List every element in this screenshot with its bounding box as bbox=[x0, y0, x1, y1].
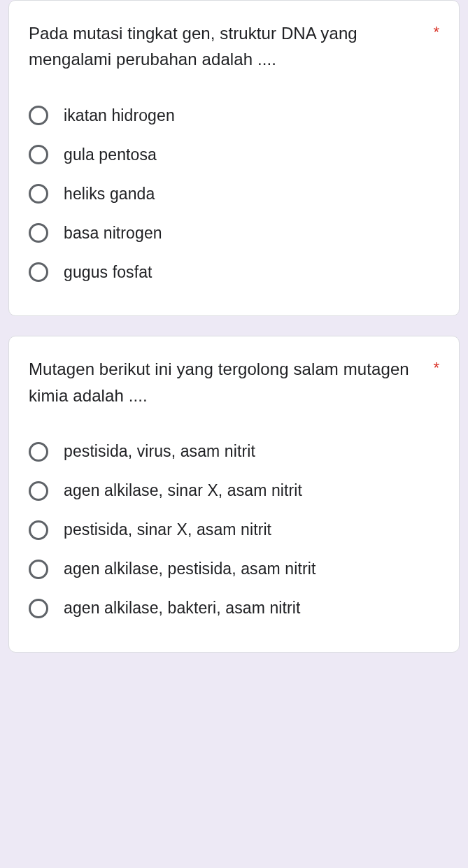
radio-icon[interactable] bbox=[29, 481, 48, 501]
option-label: pestisida, sinar X, asam nitrit bbox=[64, 520, 271, 539]
radio-icon[interactable] bbox=[29, 520, 48, 540]
option-label: heliks ganda bbox=[64, 185, 155, 204]
option-label: ikatan hidrogen bbox=[64, 106, 175, 125]
question-header: Pada mutasi tingkat gen, struktur DNA ya… bbox=[29, 20, 439, 72]
option-label: agen alkilase, bakteri, asam nitrit bbox=[64, 599, 300, 618]
question-card-1: Pada mutasi tingkat gen, struktur DNA ya… bbox=[8, 0, 460, 316]
option-row[interactable]: basa nitrogen bbox=[29, 213, 439, 252]
required-asterisk: * bbox=[433, 20, 439, 41]
radio-icon[interactable] bbox=[29, 145, 48, 164]
radio-icon[interactable] bbox=[29, 223, 48, 243]
question-header: Mutagen berikut ini yang tergolong salam… bbox=[29, 356, 439, 408]
option-label: agen alkilase, pestisida, asam nitrit bbox=[64, 560, 315, 578]
question-text: Pada mutasi tingkat gen, struktur DNA ya… bbox=[29, 20, 426, 72]
option-row[interactable]: gula pentosa bbox=[29, 135, 439, 174]
radio-icon[interactable] bbox=[29, 184, 48, 204]
option-label: basa nitrogen bbox=[64, 224, 162, 243]
option-label: pestisida, virus, asam nitrit bbox=[64, 442, 255, 461]
option-label: agen alkilase, sinar X, asam nitrit bbox=[64, 481, 302, 500]
option-row[interactable]: gugus fosfat bbox=[29, 252, 439, 292]
option-row[interactable]: agen alkilase, bakteri, asam nitrit bbox=[29, 589, 439, 628]
option-row[interactable]: ikatan hidrogen bbox=[29, 96, 439, 135]
question-text: Mutagen berikut ini yang tergolong salam… bbox=[29, 356, 426, 408]
radio-icon[interactable] bbox=[29, 106, 48, 125]
question-card-2: Mutagen berikut ini yang tergolong salam… bbox=[8, 336, 460, 652]
option-label: gula pentosa bbox=[64, 145, 157, 164]
radio-icon[interactable] bbox=[29, 599, 48, 618]
required-asterisk: * bbox=[433, 356, 439, 377]
option-row[interactable]: heliks ganda bbox=[29, 174, 439, 213]
option-label: gugus fosfat bbox=[64, 263, 153, 282]
radio-icon[interactable] bbox=[29, 442, 48, 462]
radio-icon[interactable] bbox=[29, 262, 48, 282]
option-row[interactable]: agen alkilase, pestisida, asam nitrit bbox=[29, 550, 439, 589]
radio-icon[interactable] bbox=[29, 560, 48, 579]
option-row[interactable]: agen alkilase, sinar X, asam nitrit bbox=[29, 471, 439, 511]
option-row[interactable]: pestisida, sinar X, asam nitrit bbox=[29, 511, 439, 550]
option-row[interactable]: pestisida, virus, asam nitrit bbox=[29, 432, 439, 471]
